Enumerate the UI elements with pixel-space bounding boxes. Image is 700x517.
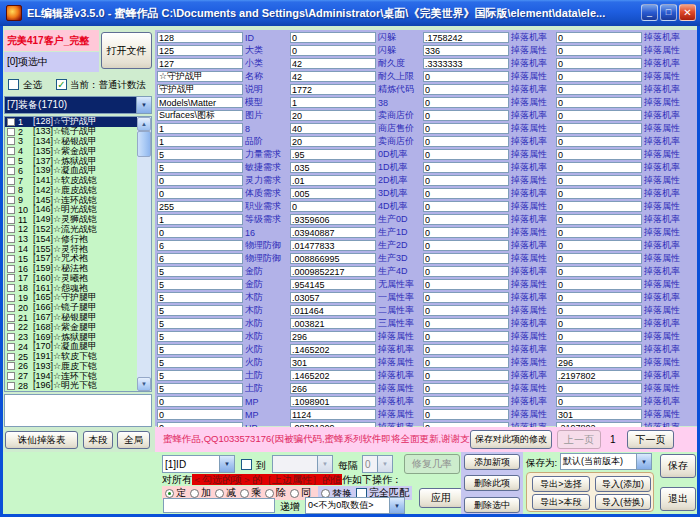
list-item[interactable]: 12[152]☆流光战铠	[5, 225, 137, 235]
list-item[interactable]: 20[166]☆镜子腿甲	[5, 303, 137, 313]
grid-field[interactable]	[423, 383, 509, 394]
grid-field[interactable]	[423, 175, 509, 186]
open-file-button[interactable]: 打开文件	[101, 32, 152, 69]
grid-field[interactable]	[556, 409, 642, 420]
export-section-button[interactable]: 导出>本段	[532, 494, 590, 510]
item-checkbox[interactable]	[7, 186, 15, 194]
chevron-down-icon[interactable]: ▼	[219, 456, 234, 472]
list-item[interactable]: 1[128]☆守护战甲	[5, 117, 137, 127]
grid-field[interactable]	[556, 188, 642, 199]
grid-field[interactable]	[157, 292, 243, 303]
grid-field[interactable]	[157, 279, 243, 290]
list-item[interactable]: 3[134]☆秘银战甲	[5, 137, 137, 147]
grid-field[interactable]	[290, 331, 376, 342]
grid-field[interactable]	[556, 32, 642, 43]
grid-field[interactable]	[290, 201, 376, 212]
delete-selected-button[interactable]: 删除选中	[464, 497, 520, 513]
grid-field[interactable]	[290, 253, 376, 264]
grid-field[interactable]	[290, 84, 376, 95]
list-item[interactable]: 10[146]☆明光战铠	[5, 205, 137, 215]
select-all-checkbox[interactable]	[8, 79, 19, 90]
grid-field[interactable]	[423, 110, 509, 121]
chevron-down-icon[interactable]: ▼	[136, 97, 151, 113]
grid-field[interactable]	[556, 370, 642, 381]
grid-field[interactable]	[423, 123, 509, 134]
grid-field[interactable]	[556, 396, 642, 407]
radio-icon[interactable]	[290, 489, 299, 498]
list-item[interactable]: 2[133]☆镜子战甲	[5, 127, 137, 137]
item-checkbox[interactable]	[7, 362, 15, 370]
grid-field[interactable]	[556, 201, 642, 212]
category-dropdown[interactable]: [7]装备(1710) ▼	[4, 96, 152, 114]
grid-field[interactable]	[556, 97, 642, 108]
grid-field[interactable]	[556, 318, 642, 329]
grid-field[interactable]	[290, 71, 376, 82]
grid-field[interactable]	[423, 396, 509, 407]
list-item[interactable]: 16[159]☆秘法袍	[5, 264, 137, 274]
grid-field[interactable]	[157, 266, 243, 277]
save-item-button[interactable]: 保存对此项的修改	[470, 430, 552, 449]
grid-field[interactable]	[556, 383, 642, 394]
item-checkbox[interactable]	[7, 314, 15, 322]
grid-field[interactable]	[290, 409, 376, 420]
grid-field[interactable]	[290, 175, 376, 186]
grid-field[interactable]	[556, 227, 642, 238]
grid-field[interactable]	[423, 201, 509, 212]
grid-field[interactable]	[556, 344, 642, 355]
item-checkbox[interactable]	[7, 167, 15, 175]
list-item[interactable]: 18[161]☆怨魂袍	[5, 283, 137, 293]
list-item[interactable]: 21[167]☆秘银腿甲	[5, 313, 137, 323]
grid-field[interactable]	[290, 305, 376, 316]
close-button[interactable]: ✕	[679, 4, 696, 21]
grid-field[interactable]	[157, 305, 243, 316]
grid-field[interactable]	[157, 162, 243, 173]
import-replace-button[interactable]: 导入(替换)	[595, 494, 651, 510]
grid-field[interactable]	[157, 318, 243, 329]
grid-field[interactable]	[423, 266, 509, 277]
item-checkbox[interactable]	[7, 147, 15, 155]
list-item[interactable]: 26[193]☆鹿皮下铠	[5, 362, 137, 372]
grid-field[interactable]	[556, 266, 642, 277]
grid-field[interactable]	[423, 71, 509, 82]
grid-field[interactable]	[423, 84, 509, 95]
minimize-button[interactable]: _	[641, 4, 658, 21]
grid-field[interactable]	[423, 58, 509, 69]
grid-field[interactable]	[423, 162, 509, 173]
item-checkbox[interactable]	[7, 274, 15, 282]
grid-field[interactable]	[290, 292, 376, 303]
item-checkbox[interactable]	[7, 333, 15, 341]
grid-field[interactable]	[290, 357, 376, 368]
export-select-button[interactable]: 导出>选择	[532, 476, 590, 492]
scroll-up-icon[interactable]: ▲	[137, 117, 151, 131]
grid-field[interactable]	[157, 396, 243, 407]
item-checkbox[interactable]	[7, 372, 15, 380]
grid-field[interactable]	[290, 279, 376, 290]
grid-field[interactable]	[556, 45, 642, 56]
drop-table-button[interactable]: 诛仙掉落表	[5, 431, 78, 449]
item-checkbox[interactable]	[7, 137, 15, 145]
grid-field[interactable]	[423, 188, 509, 199]
item-checkbox[interactable]	[7, 294, 15, 302]
grid-field[interactable]	[157, 201, 243, 212]
radio-icon[interactable]	[265, 489, 274, 498]
list-scrollbar[interactable]: ▲ ▼	[137, 117, 151, 391]
radio-icon[interactable]	[165, 489, 174, 498]
grid-field[interactable]	[423, 305, 509, 316]
item-checkbox[interactable]	[7, 128, 15, 136]
grid-field[interactable]	[290, 110, 376, 121]
list-item[interactable]: 7[141]☆软皮战铠	[5, 176, 137, 186]
item-checkbox[interactable]	[7, 177, 15, 185]
grid-field[interactable]	[290, 370, 376, 381]
grid-field[interactable]	[157, 45, 243, 56]
grid-field[interactable]	[556, 84, 642, 95]
item-checkbox[interactable]	[7, 245, 15, 253]
list-item[interactable]: 27[194]☆连环下铠	[5, 371, 137, 381]
grid-field[interactable]	[157, 58, 243, 69]
delete-item-button[interactable]: 删除此项	[464, 475, 520, 491]
item-checkbox[interactable]	[7, 353, 15, 361]
grid-field[interactable]	[290, 396, 376, 407]
grid-field[interactable]	[423, 136, 509, 147]
list-item[interactable]: 22[168]☆紫金腿甲	[5, 322, 137, 332]
item-checkbox[interactable]	[7, 304, 15, 312]
grid-field[interactable]	[556, 305, 642, 316]
